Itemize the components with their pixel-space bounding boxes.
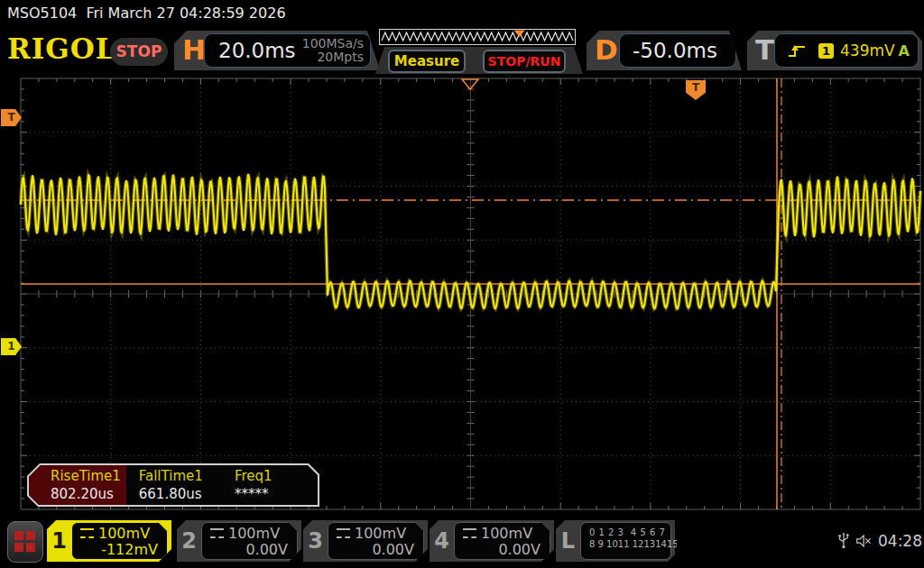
header-bar: RIGOL STOP H 20.0ms 100MSa/s 20Mpts Meas…: [0, 27, 924, 74]
channel-number: 1: [47, 520, 71, 562]
timebase-value: 20.0ms: [218, 39, 296, 62]
measure-button[interactable]: Measure: [388, 50, 466, 73]
trigger-level-value: 439mV: [840, 41, 895, 60]
channel-bar: 1 100mV -112mV 2 100mV 0.00V 3 100mV 0.0…: [0, 518, 924, 568]
menu-grid-icon: [14, 531, 36, 553]
channel-scale: 100mV: [355, 526, 406, 541]
trigger-label: T: [755, 32, 774, 67]
horizontal-label: H: [182, 32, 206, 67]
measurement-value: 661.80us: [139, 485, 222, 503]
dc-coupling-icon: [210, 528, 224, 538]
measurement-value: *****: [235, 485, 318, 503]
trigger-mode: A: [899, 42, 910, 60]
channel-number: 3: [303, 520, 328, 562]
channel-offset: -112mV: [72, 541, 167, 558]
digital-row1: 0 1 2 3 4 5 6 7: [581, 523, 670, 538]
usb-icon: [837, 531, 850, 551]
channel1-offset-marker[interactable]: 1: [1, 338, 22, 355]
menu-button[interactable]: [7, 521, 43, 563]
channel-offset: 0.00V: [455, 541, 550, 558]
system-tray: 04:28: [837, 527, 922, 554]
measurement-value: 802.20us: [51, 485, 126, 503]
delay-block[interactable]: D -50.0ms: [587, 31, 742, 70]
dc-coupling-icon: [80, 528, 94, 538]
rigol-logo: RIGOL: [7, 33, 116, 64]
digital-row2: 8 9 1011 12131415: [581, 538, 670, 550]
delay-value: -50.0ms: [633, 39, 717, 62]
horizontal-block[interactable]: H 20.0ms 100MSa/s 20Mpts: [174, 31, 380, 70]
digital-label: L: [556, 520, 580, 562]
trigger-block[interactable]: T 1 439mV A: [747, 31, 922, 70]
delay-label: D: [595, 32, 618, 67]
measurement-freq[interactable]: Freq1 *****: [222, 465, 318, 505]
measurement-label: FallTime1: [139, 468, 222, 485]
memory-depth: 20Mpts: [317, 50, 364, 64]
digital-channels-button[interactable]: L 0 1 2 3 4 5 6 7 8 9 1011 12131415: [556, 520, 675, 562]
rising-edge-trigger-icon: [788, 43, 806, 59]
channel-scale: 100mV: [481, 526, 532, 541]
memory-position-bar[interactable]: [379, 29, 576, 46]
channel-number: 4: [430, 520, 454, 562]
dc-coupling-icon: [463, 528, 476, 538]
channel-offset: 0.00V: [328, 541, 423, 558]
channel-scale: 100mV: [98, 526, 150, 541]
measurement-label: Freq1: [235, 468, 318, 485]
run-state-badge[interactable]: STOP: [110, 38, 168, 66]
clock-display: 04:28: [878, 532, 922, 550]
channel-offset: 0.00V: [202, 541, 297, 558]
measurement-falltime[interactable]: FallTime1 661.80us: [126, 465, 222, 505]
trigger-source-badge: 1: [818, 43, 834, 59]
channel-4-button[interactable]: 4 100mV 0.00V: [430, 520, 554, 562]
measurement-label: RiseTime1: [51, 468, 126, 485]
channel-scale: 100mV: [228, 526, 280, 541]
trigger-level-marker[interactable]: T: [1, 109, 22, 126]
device-title: MSO5104 Fri March 27 04:28:59 2026: [7, 5, 286, 22]
speaker-muted-icon: [855, 532, 873, 550]
stop-run-button[interactable]: STOP/RUN: [483, 50, 566, 73]
acquisition-info: 100MSa/s 20Mpts: [302, 37, 364, 64]
measurement-risetime[interactable]: RiseTime1 802.20us: [29, 465, 126, 505]
channel-1-button[interactable]: 1 100mV -112mV: [47, 520, 171, 562]
measurement-panel[interactable]: RiseTime1 802.20us FallTime1 661.80us Fr…: [27, 463, 319, 507]
sample-rate: 100MSa/s: [302, 36, 364, 50]
status-bar: MSO5104 Fri March 27 04:28:59 2026: [0, 0, 924, 27]
dc-coupling-icon: [337, 528, 350, 538]
channel-number: 2: [177, 520, 201, 562]
channel-2-button[interactable]: 2 100mV 0.00V: [177, 520, 301, 562]
channel-3-button[interactable]: 3 100mV 0.00V: [303, 520, 428, 562]
trigger-position-marker[interactable]: T: [686, 80, 706, 100]
